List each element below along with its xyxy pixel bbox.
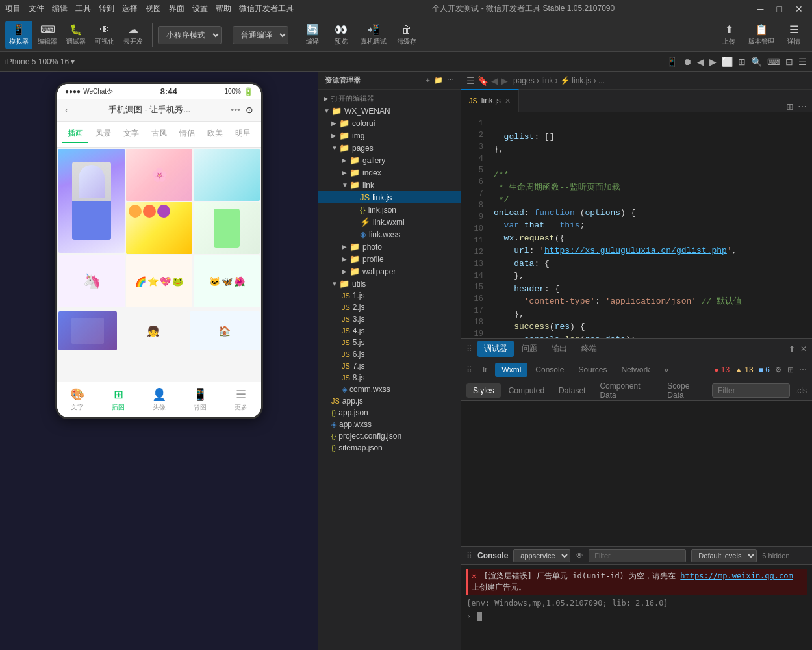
- image-cell-5[interactable]: [194, 202, 260, 254]
- more-devtools-icon[interactable]: ⋯: [799, 365, 807, 374]
- cloud-button[interactable]: ☁ 云开发: [120, 21, 147, 49]
- file-link-json[interactable]: {} link.json: [318, 203, 461, 216]
- search-toolbar-icon[interactable]: 🔍: [751, 57, 762, 67]
- tab-illustration[interactable]: 插画: [62, 125, 88, 143]
- grid-icon[interactable]: ⊞: [738, 57, 746, 67]
- file-app-json[interactable]: {} app.json: [318, 407, 461, 419]
- folder-img[interactable]: ▶ 📁 img: [318, 129, 461, 142]
- root-folder[interactable]: ▼ 📁 WX_WENAN: [318, 105, 461, 117]
- file-2js[interactable]: JS 2.js: [318, 302, 461, 313]
- subtab-wxml[interactable]: Wxml: [495, 363, 527, 377]
- folder-photo[interactable]: ▶ 📁 photo: [318, 240, 461, 253]
- menu-edit[interactable]: 编辑: [52, 3, 68, 14]
- tab-couple[interactable]: 情侣: [175, 125, 200, 143]
- real-debug-button[interactable]: 📲 真机调试: [357, 21, 390, 49]
- menu-wechat-devtools[interactable]: 微信开发者工具: [239, 3, 294, 14]
- tab-component-data[interactable]: Component Data: [593, 380, 659, 402]
- nav-avatar[interactable]: 👤 头像: [139, 385, 180, 415]
- tab-dataset[interactable]: Dataset: [552, 384, 592, 398]
- menu-goto[interactable]: 转到: [99, 3, 114, 14]
- nav-bookmark-icon[interactable]: 🔖: [477, 75, 488, 86]
- file-5js[interactable]: JS 5.js: [318, 337, 461, 348]
- menu-help[interactable]: 帮助: [216, 3, 231, 14]
- layout-icon[interactable]: ⊟: [785, 57, 793, 67]
- phone-rotate-icon[interactable]: 📱: [666, 57, 678, 67]
- expand-icon[interactable]: ⬆: [789, 344, 795, 354]
- file-6js[interactable]: JS 6.js: [318, 348, 461, 360]
- file-8js[interactable]: JS 8.js: [318, 372, 461, 384]
- more-actions-icon[interactable]: ⋯: [447, 76, 454, 84]
- folder-colorui[interactable]: ▶ 📁 colorui: [318, 117, 461, 129]
- file-comm-wxss[interactable]: ◈ comm.wxss: [318, 384, 461, 395]
- file-sitemap-json[interactable]: {} sitemap.json: [318, 442, 461, 454]
- menu-select[interactable]: 选择: [122, 3, 138, 14]
- mode-select[interactable]: 小程序模式: [158, 26, 222, 44]
- tab-computed[interactable]: Computed: [502, 384, 551, 398]
- compile-select[interactable]: 普通编译: [233, 26, 288, 44]
- window-controls[interactable]: ─ □ ✕: [754, 4, 807, 14]
- subtab-more[interactable]: »: [657, 363, 675, 377]
- code-icon[interactable]: ⌨: [767, 57, 780, 67]
- upload-button[interactable]: ⬆ 上传: [716, 21, 742, 49]
- tab-close-icon[interactable]: ✕: [505, 97, 511, 105]
- menu-file[interactable]: 文件: [29, 3, 44, 14]
- tab-scenery[interactable]: 风景: [90, 125, 116, 143]
- file-app-wxss[interactable]: ◈ app.wxss: [318, 419, 461, 430]
- image-cell-6[interactable]: 🦄: [58, 255, 125, 307]
- preview-button[interactable]: 👀 预览: [328, 21, 354, 49]
- menu-project[interactable]: 项目: [5, 3, 21, 14]
- tab-issues[interactable]: 问题: [515, 341, 544, 357]
- tab-styles[interactable]: Styles: [466, 384, 501, 398]
- forward-icon[interactable]: ▶: [709, 57, 717, 67]
- folder-gallery[interactable]: ▶ 📁 gallery: [318, 154, 461, 166]
- file-3js[interactable]: JS 3.js: [318, 313, 461, 325]
- service-select[interactable]: appservice: [513, 549, 570, 562]
- image-cell-8[interactable]: 🐱 🦋 🌺: [194, 255, 260, 307]
- back-button-phone[interactable]: ‹: [65, 105, 68, 115]
- record-icon[interactable]: ⏺: [683, 57, 692, 67]
- file-project-config[interactable]: {} project.config.json: [318, 430, 461, 442]
- nav-background[interactable]: 📱 背图: [179, 385, 220, 415]
- thumb-3[interactable]: 🏠: [190, 311, 260, 350]
- subtab-network[interactable]: Network: [615, 363, 656, 377]
- image-cell-1[interactable]: [58, 149, 125, 253]
- menu-bar[interactable]: 项目 文件 编辑 工具 转到 选择 视图 界面 设置 帮助 微信开发者工具: [5, 3, 294, 14]
- device-info[interactable]: iPhone 5 100% 16 ▾: [5, 57, 75, 66]
- settings-devtools-icon[interactable]: ⚙: [775, 365, 782, 374]
- folder-pages[interactable]: ▼ 📁 pages: [318, 142, 461, 154]
- file-1js[interactable]: JS 1.js: [318, 290, 461, 302]
- folder-utils[interactable]: ▼ 📁 utils: [318, 278, 461, 290]
- file-link-js[interactable]: JS link.js: [318, 191, 461, 203]
- clear-cache-button[interactable]: 🗑 清缓存: [393, 21, 420, 49]
- home-button-phone[interactable]: ⊙: [246, 105, 253, 115]
- filter-input[interactable]: [712, 384, 790, 398]
- menu-icon[interactable]: ☰: [798, 57, 807, 67]
- folder-profile[interactable]: ▶ 📁 profile: [318, 253, 461, 265]
- folder-index[interactable]: ▶ 📁 index: [318, 166, 461, 179]
- level-select[interactable]: Default levels: [691, 549, 757, 562]
- close-devtools-icon[interactable]: ✕: [800, 344, 807, 354]
- dock-icon[interactable]: ⊞: [787, 365, 794, 374]
- visual-button[interactable]: 👁 可视化: [91, 21, 118, 49]
- split-editor-icon[interactable]: ⊞: [786, 101, 794, 112]
- new-folder-icon[interactable]: 📁: [434, 76, 443, 84]
- minimap[interactable]: [807, 112, 812, 338]
- back-icon[interactable]: ◀: [697, 57, 704, 67]
- file-link-wxss[interactable]: ◈ link.wxss: [318, 228, 461, 240]
- image-cell-7[interactable]: 🌈 ⭐ 💖 🐸: [126, 255, 192, 307]
- error-link[interactable]: https://mp.weixin.qq.com: [680, 571, 793, 580]
- tab-western[interactable]: 欧美: [203, 125, 228, 143]
- folder-link[interactable]: ▼ 📁 link: [318, 179, 461, 191]
- file-link-wxml[interactable]: ⚡ link.wxml: [318, 216, 461, 228]
- simulator-button[interactable]: 📱 模拟器: [5, 21, 32, 49]
- nav-more[interactable]: ☰ 更多: [220, 385, 261, 415]
- nav-hamburger-icon[interactable]: ☰: [466, 75, 475, 86]
- menu-view[interactable]: 视图: [146, 3, 161, 14]
- thumb-1[interactable]: [58, 311, 117, 350]
- more-editor-icon[interactable]: ⋯: [798, 101, 807, 112]
- nav-text[interactable]: 🎨 文字: [57, 385, 98, 415]
- maximize-button[interactable]: □: [773, 4, 786, 14]
- file-7js[interactable]: JS 7.js: [318, 360, 461, 372]
- console-prompt[interactable]: ›: [466, 610, 807, 622]
- tab-ancient[interactable]: 古风: [146, 125, 171, 143]
